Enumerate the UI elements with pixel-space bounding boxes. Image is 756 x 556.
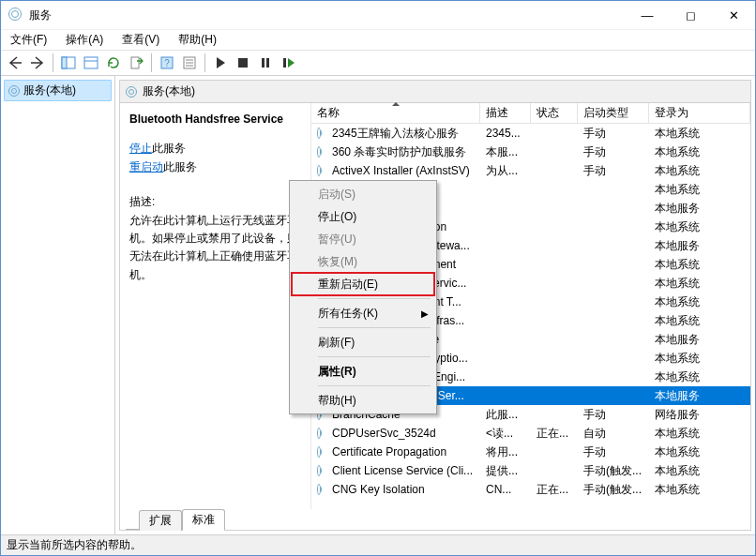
cell-startup: 手动(触发... — [578, 482, 649, 498]
cell-startup: 手动 — [578, 126, 649, 142]
refresh-icon — [106, 55, 121, 70]
col-logon[interactable]: 登录为 — [649, 103, 750, 123]
cell-desc: 提供... — [480, 463, 531, 479]
context-item: 恢复(M) — [292, 250, 434, 273]
context-item[interactable]: 刷新(F) — [292, 331, 434, 353]
context-item[interactable]: 重新启动(E) — [292, 273, 434, 295]
stop-service-button[interactable] — [233, 53, 253, 73]
pane-header: 服务(本地) — [120, 81, 750, 103]
svg-rect-13 — [266, 58, 269, 68]
cell-status: 正在... — [531, 482, 578, 498]
detail-column: Bluetooth Handsfree Service 停止此服务 重启动此服务… — [120, 103, 311, 509]
selected-service-name: Bluetooth Handsfree Service — [129, 113, 301, 126]
context-separator — [318, 327, 431, 328]
cell-logon: 本地系统 — [649, 182, 750, 198]
toolbar: ? — [1, 50, 755, 76]
cell-desc: 2345... — [480, 127, 531, 140]
show-hide-tree-button[interactable] — [58, 53, 79, 73]
gear-icon — [8, 85, 20, 97]
svg-rect-4 — [131, 57, 139, 68]
cell-logon: 网络服务 — [649, 407, 750, 423]
cell-name: CDPUserSvc_3524d — [326, 427, 480, 440]
cell-desc: 此服... — [480, 407, 531, 423]
context-item: 启动(S) — [292, 183, 434, 205]
close-button[interactable]: ✕ — [712, 1, 755, 29]
svg-rect-2 — [84, 57, 98, 68]
refresh-button[interactable] — [103, 53, 124, 73]
cell-startup: 手动 — [578, 163, 649, 179]
minimize-button[interactable]: ― — [626, 1, 669, 29]
cell-name: Certificate Propagation — [326, 445, 480, 458]
forward-arrow-icon — [30, 55, 45, 70]
desc-label: 描述: — [129, 194, 301, 210]
content-area: 服务(本地) 服务(本地) Bluetooth Handsfree Servic… — [1, 76, 755, 534]
service-row[interactable]: 360 杀毒实时防护加载服务本服...手动本地系统 — [311, 143, 750, 161]
pause-service-button[interactable] — [255, 53, 276, 73]
cell-desc: 为从... — [480, 163, 531, 179]
back-button[interactable] — [5, 53, 25, 73]
tree-node-services-local[interactable]: 服务(本地) — [4, 80, 112, 101]
forward-button[interactable] — [27, 53, 48, 73]
restart-line: 重启动此服务 — [129, 159, 301, 175]
gear-icon — [311, 446, 326, 458]
cell-logon: 本地系统 — [649, 144, 750, 160]
col-startup[interactable]: 启动类型 — [578, 103, 649, 123]
col-name[interactable]: 名称 — [311, 103, 480, 123]
service-row[interactable]: 2345王牌输入法核心服务2345...手动本地系统 — [311, 124, 750, 143]
cell-logon: 本地系统 — [649, 369, 750, 385]
gear-icon — [311, 465, 326, 476]
cell-startup: 手动 — [578, 407, 649, 423]
help-button[interactable]: ? — [157, 53, 177, 73]
tab-extended[interactable]: 扩展 — [139, 510, 182, 531]
menu-view[interactable]: 查看(V) — [118, 30, 163, 50]
pause-icon — [258, 55, 273, 70]
context-item[interactable]: 属性(R) — [292, 360, 434, 383]
service-row[interactable]: Certificate Propagation将用...手动本地系统 — [311, 443, 750, 461]
restart-service-button[interactable] — [278, 53, 298, 73]
menu-file[interactable]: 文件(F) — [7, 30, 51, 50]
col-status[interactable]: 状态 — [531, 103, 578, 123]
maximize-button[interactable]: ◻ — [669, 1, 712, 29]
service-row[interactable]: CDPUserSvc_3524d<读...正在...自动本地系统 — [311, 424, 750, 443]
tree-node-label: 服务(本地) — [23, 83, 76, 98]
cell-name: 360 杀毒实时防护加载服务 — [326, 144, 480, 160]
cell-logon: 本地系统 — [649, 126, 750, 142]
properties-button[interactable] — [81, 53, 101, 73]
column-headers: 名称 描述 状态 启动类型 登录为 — [311, 103, 750, 124]
panel-left-icon — [61, 55, 76, 70]
stop-link[interactable]: 停止 — [129, 142, 152, 155]
cell-logon: 本地系统 — [649, 463, 750, 479]
cell-logon: 本地服务 — [649, 388, 750, 404]
start-service-button[interactable] — [210, 53, 231, 73]
service-row[interactable]: Client License Service (Cli...提供...手动(触发… — [311, 461, 750, 480]
status-text: 显示当前所选内容的帮助。 — [7, 537, 142, 553]
view-tabs: 扩展 标准 — [120, 509, 750, 530]
cell-name: CNG Key Isolation — [326, 483, 480, 496]
cell-status: 正在... — [531, 426, 578, 442]
service-row[interactable]: ActiveX Installer (AxInstSV)为从...手动本地系统 — [311, 161, 750, 180]
gear-icon — [311, 146, 326, 158]
menu-help[interactable]: 帮助(H) — [174, 30, 220, 50]
gear-icon — [311, 484, 326, 495]
cell-desc: CN... — [480, 483, 531, 496]
play-icon — [213, 55, 228, 70]
go-up-button[interactable] — [179, 53, 200, 73]
context-item: 暂停(U) — [292, 228, 434, 250]
stop-icon — [235, 55, 250, 70]
context-item[interactable]: 所有任务(K)▶ — [292, 302, 434, 324]
export-button[interactable] — [126, 53, 146, 73]
cell-logon: 本地系统 — [649, 219, 750, 235]
context-separator — [318, 298, 431, 299]
context-separator — [318, 385, 431, 386]
context-item[interactable]: 帮助(H) — [292, 389, 434, 412]
cell-logon: 本地系统 — [649, 294, 750, 310]
menu-action[interactable]: 操作(A) — [62, 30, 107, 50]
stop-line: 停止此服务 — [129, 141, 301, 157]
cell-name: ActiveX Installer (AxInstSV) — [326, 164, 480, 177]
tab-standard[interactable]: 标准 — [182, 509, 225, 531]
restart-link[interactable]: 重启动 — [129, 160, 163, 173]
service-row[interactable]: CNG Key IsolationCN...正在...手动(触发...本地系统 — [311, 480, 750, 499]
layout-icon — [83, 55, 98, 70]
context-item[interactable]: 停止(O) — [292, 205, 434, 228]
col-desc[interactable]: 描述 — [480, 103, 531, 123]
